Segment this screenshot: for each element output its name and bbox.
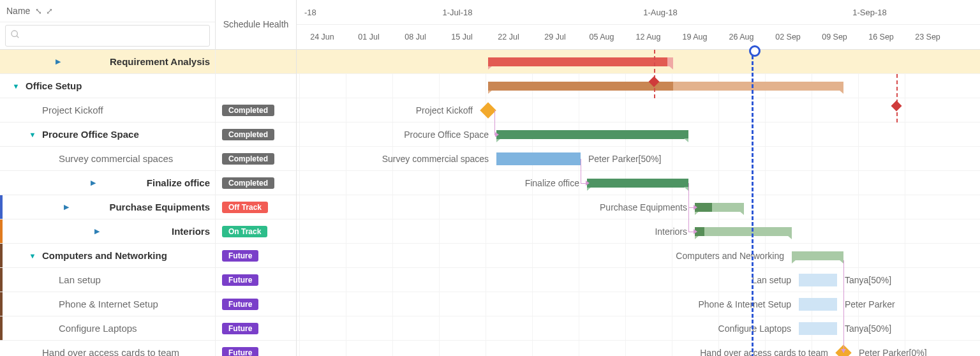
gantt-bar-label: Finalize office [525,178,587,188]
week-label: 05 Aug [590,33,614,41]
expand-toggle-icon[interactable]: ▶ [45,179,142,187]
month-label: 1-Jul-18 [443,8,473,17]
week-label: 29 Jul [544,33,565,41]
gantt-summary-bar[interactable] [496,130,688,139]
status-badge: Future [222,274,258,286]
week-label: 23 Sep [915,33,940,41]
task-name: Finalize office [147,177,210,188]
status-badge: Future [222,323,258,334]
gantt-summary-bar[interactable] [695,203,744,212]
gantt-summary-bar[interactable] [587,179,688,188]
expand-all-icon[interactable]: ⤢ [46,6,53,16]
week-label: 01 Jul [358,33,379,41]
task-name: Lan setup [59,274,101,285]
task-row[interactable]: ▼Procure Office SpaceCompleted [0,122,296,147]
task-name: Purchase Equipments [109,202,210,212]
task-row[interactable]: ▼Computers and NetworkingFuture [0,244,296,268]
task-row[interactable]: ▶Lan setupFuture [0,268,296,292]
week-label: 26 Aug [729,33,754,41]
task-row[interactable]: ▶InteriorsOn Track [0,219,296,244]
task-name: Phone & Internet Setup [59,299,158,309]
column-header-health[interactable]: Schedule Health [216,0,296,49]
task-row[interactable]: ▶Requirement Analysis [0,50,296,74]
status-badge: Future [222,347,258,357]
status-badge: Future [222,250,258,262]
expand-toggle-icon[interactable]: ▼ [28,252,37,260]
gantt-task-bar[interactable] [799,322,837,335]
task-row[interactable]: ▶Finalize officeCompleted [0,171,296,195]
gantt-assignee-label: Tanya[50%] [837,275,891,285]
gantt-bar-label: Computers and Networking [676,251,792,261]
task-name: Computers and Networking [42,250,167,261]
status-badge: On Track [222,226,267,237]
gantt-summary-bar[interactable] [695,227,792,236]
week-label: 02 Sep [775,33,801,41]
gantt-bar-label: Purchase Equipments [600,202,695,212]
gantt-bar-label: Survey commercial spaces [382,154,496,164]
week-label: 15 Jul [451,33,472,41]
task-name: Requirement Analysis [110,56,210,67]
gantt-bar-label: Hand over access cards to team [700,348,836,356]
task-name: Interiors [172,226,210,237]
week-label: 08 Jul [405,33,426,41]
column-header-name[interactable]: Name [6,6,30,16]
expand-toggle-icon[interactable]: ▼ [28,131,37,138]
gantt-bar-label: Phone & Internet Setup [698,299,799,309]
task-row[interactable]: ▶Project KickoffCompleted [0,98,296,122]
task-name: Configure Laptops [59,323,137,334]
week-label: 09 Sep [822,33,847,41]
task-row[interactable]: ▶Hand over access cards to teamFuture [0,341,296,356]
status-badge: Completed [222,105,274,116]
task-row[interactable]: ▶Purchase EquipmentsOff Track [0,195,296,219]
week-label: 12 Aug [636,33,661,41]
gantt-assignee-label: Peter Parker[50%] [581,154,661,164]
gantt-task-bar[interactable] [799,298,837,311]
task-name: Office Setup [26,80,82,91]
week-label: 22 Jul [498,33,519,41]
gantt-bar-label: Procure Office Space [404,130,496,140]
gantt-summary-bar[interactable] [488,82,843,91]
month-label: 1-Sep-18 [852,8,886,17]
task-row[interactable]: ▶Phone & Internet SetupFuture [0,292,296,316]
status-badge: Completed [222,177,274,189]
gantt-bar-label: Project Kickoff [416,105,480,115]
gantt-summary-bar[interactable] [488,57,673,66]
status-badge: Completed [222,153,274,165]
gantt-task-bar[interactable] [496,152,581,165]
expand-toggle-icon[interactable]: ▶ [28,227,167,235]
month-label: 1-Aug-18 [643,8,677,17]
gantt-bar-label: Lan setup [752,275,799,285]
gantt-task-bar[interactable] [799,274,837,286]
task-name: Project Kickoff [42,105,103,115]
task-row[interactable]: ▶Configure LaptopsFuture [0,316,296,341]
task-row[interactable]: ▼Office Setup [0,74,296,98]
expand-toggle-icon[interactable]: ▶ [28,203,104,211]
week-label: 16 Sep [868,33,894,41]
gantt-bar-label: Configure Laptops [718,323,799,334]
task-name: Procure Office Space [42,129,139,140]
task-name: Survey commercial spaces [59,153,173,164]
month-label: -18 [304,8,316,17]
task-name: Hand over access cards to team [42,347,179,356]
collapse-all-icon[interactable]: ⤡ [35,6,42,16]
week-label: 24 Jun [310,33,334,41]
status-badge: Future [222,299,258,310]
gantt-summary-bar[interactable] [792,251,843,260]
expand-toggle-icon[interactable]: ▶ [11,57,105,66]
today-marker [752,50,754,356]
gantt-assignee-label: Peter Parker [837,299,895,309]
gantt-assignee-label: Peter Parker[0%] [851,348,927,356]
expand-toggle-icon[interactable]: ▼ [11,82,20,90]
status-badge: Completed [222,129,274,140]
status-badge: Off Track [222,202,268,213]
gantt-assignee-label: Tanya[50%] [837,323,891,334]
week-label: 19 Aug [683,33,708,41]
task-row[interactable]: ▶Survey commercial spacesCompleted [0,147,296,171]
search-input[interactable] [5,25,210,47]
